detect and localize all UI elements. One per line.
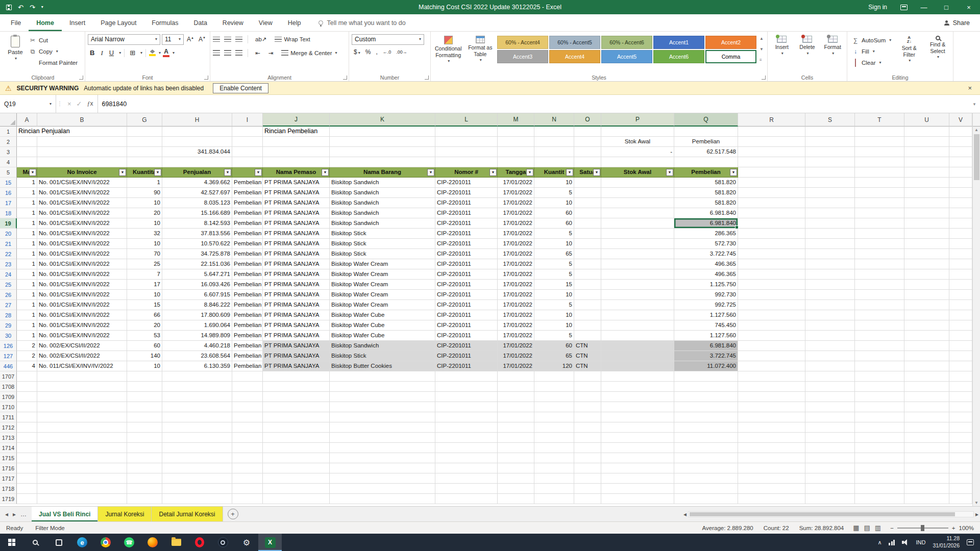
cell[interactable] xyxy=(805,402,855,412)
cell[interactable] xyxy=(674,127,738,137)
cell[interactable] xyxy=(162,494,232,504)
cell[interactable] xyxy=(37,402,127,412)
cell[interactable] xyxy=(949,422,972,433)
cell[interactable]: 20 xyxy=(127,320,162,331)
cell[interactable]: 1 xyxy=(17,300,37,310)
increase-indent-button[interactable]: ⇥ xyxy=(266,48,276,58)
cell[interactable] xyxy=(949,188,972,198)
cell[interactable] xyxy=(805,392,855,402)
cell[interactable] xyxy=(534,157,574,167)
cell[interactable] xyxy=(855,320,904,331)
cell[interactable] xyxy=(435,463,498,473)
cell[interactable]: 8.035.123 xyxy=(162,198,232,208)
cell[interactable] xyxy=(232,137,263,147)
cell[interactable]: 341.834.044 xyxy=(162,147,232,157)
filter-dropdown-icon[interactable]: ▼ xyxy=(427,169,434,176)
cell[interactable] xyxy=(904,473,949,484)
cell[interactable]: No. 001/CSI/EX/INV/I/2022 xyxy=(37,178,127,188)
enable-content-button[interactable]: Enable Content xyxy=(213,83,268,93)
cell[interactable]: CIP-2201011 xyxy=(435,239,498,249)
cell[interactable] xyxy=(904,392,949,402)
cell[interactable] xyxy=(805,484,855,494)
cell[interactable]: 10 xyxy=(127,239,162,249)
cell[interactable] xyxy=(574,239,601,249)
column-header-T[interactable]: T xyxy=(855,113,904,127)
cell[interactable]: CIP-2201011 xyxy=(435,320,498,331)
cell[interactable] xyxy=(330,433,435,443)
hscroll-right-icon[interactable]: ▸ xyxy=(975,511,978,518)
cell[interactable] xyxy=(904,351,949,361)
cell[interactable]: 10 xyxy=(534,290,574,300)
cell[interactable] xyxy=(674,392,738,402)
cell[interactable] xyxy=(855,484,904,494)
insert-function-icon[interactable]: ƒx xyxy=(87,100,93,108)
vertical-scrollbar[interactable]: ▲ ▼ xyxy=(972,113,980,506)
filter-header-O[interactable]: Satua▼ xyxy=(574,167,601,178)
cell[interactable] xyxy=(498,382,534,392)
cell[interactable]: 286.365 xyxy=(674,229,738,239)
cell[interactable] xyxy=(601,290,674,300)
cell[interactable] xyxy=(574,208,601,218)
tell-me-box[interactable]: Tell me what you want to do xyxy=(318,14,405,31)
cell[interactable]: Biskitop Stick xyxy=(330,229,435,239)
underline-button[interactable]: U xyxy=(107,49,116,57)
cell[interactable] xyxy=(904,269,949,280)
column-header-G[interactable]: G xyxy=(127,113,162,127)
cell[interactable] xyxy=(738,310,805,320)
cell[interactable] xyxy=(263,453,330,463)
cell[interactable] xyxy=(738,178,805,188)
cell[interactable] xyxy=(805,371,855,382)
ribbon-tab-insert[interactable]: Insert xyxy=(62,14,93,31)
zoom-slider-thumb[interactable] xyxy=(921,525,924,531)
cell[interactable] xyxy=(674,453,738,463)
cell[interactable] xyxy=(127,392,162,402)
zoom-in-icon[interactable]: + xyxy=(952,525,955,531)
orientation-button[interactable]: ab↗ xyxy=(253,35,268,44)
task-view-icon[interactable] xyxy=(47,534,70,551)
cell[interactable] xyxy=(263,371,330,382)
cell-style-60-accent4[interactable]: 60% - Accent4 xyxy=(497,36,548,49)
cell[interactable]: 37.813.556 xyxy=(162,229,232,239)
cell[interactable] xyxy=(17,382,37,392)
row-number-126[interactable]: 126 xyxy=(0,341,17,351)
cell[interactable] xyxy=(904,361,949,371)
row-number-24[interactable]: 24 xyxy=(0,269,17,280)
cell[interactable] xyxy=(949,178,972,188)
cell[interactable]: 17/01/2022 xyxy=(498,249,534,259)
cell[interactable]: 32 xyxy=(127,229,162,239)
cell[interactable] xyxy=(904,320,949,331)
cell[interactable] xyxy=(949,341,972,351)
cell[interactable] xyxy=(498,392,534,402)
cell[interactable] xyxy=(127,453,162,463)
align-bottom-icon[interactable] xyxy=(235,37,242,42)
ribbon-display-options-icon[interactable] xyxy=(900,5,908,10)
cell[interactable]: 22.151.036 xyxy=(162,259,232,269)
cell[interactable] xyxy=(574,188,601,198)
cell[interactable]: CIP-2201011 xyxy=(435,341,498,351)
cell[interactable] xyxy=(263,157,330,167)
cell[interactable] xyxy=(738,341,805,351)
cell[interactable] xyxy=(738,147,805,157)
cell[interactable] xyxy=(855,402,904,412)
cell[interactable]: 17/01/2022 xyxy=(498,239,534,249)
cell[interactable] xyxy=(904,157,949,167)
cell-style-60-accent6[interactable]: 60% - Accent6 xyxy=(601,36,652,49)
cell[interactable] xyxy=(232,147,263,157)
cell[interactable]: CIP-2201011 xyxy=(435,229,498,239)
cell[interactable]: 5 xyxy=(534,300,574,310)
cell[interactable] xyxy=(37,147,127,157)
cell[interactable]: 1 xyxy=(17,239,37,249)
cell[interactable] xyxy=(904,249,949,259)
cell[interactable] xyxy=(855,473,904,484)
cell[interactable]: 1 xyxy=(17,280,37,290)
cell[interactable] xyxy=(738,249,805,259)
cell[interactable] xyxy=(855,178,904,188)
column-header-J[interactable]: J xyxy=(263,113,330,127)
cell[interactable]: 6.607.915 xyxy=(162,290,232,300)
alignment-dialog-launcher[interactable] xyxy=(343,76,347,80)
cell[interactable]: 3.722.745 xyxy=(674,249,738,259)
cell[interactable]: 1.127.560 xyxy=(674,331,738,341)
cell[interactable] xyxy=(17,473,37,484)
cell[interactable] xyxy=(127,147,162,157)
cell[interactable] xyxy=(330,371,435,382)
